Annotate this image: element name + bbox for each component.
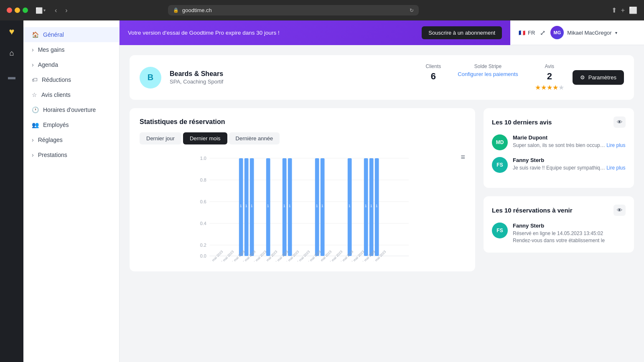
- reservations-panel-title: Les 10 réservations à venir: [492, 207, 573, 214]
- tabs-button[interactable]: ⬜: [629, 6, 637, 14]
- prestations-chevron: ›: [32, 152, 34, 158]
- chart-panel: Statistiques de réservation Dernier jour…: [130, 108, 475, 271]
- reservation-info-1: Fanny Sterb Réservé en ligne le 14.05.20…: [513, 223, 626, 244]
- read-more-link-2[interactable]: Lire plus: [606, 165, 625, 171]
- sidebar-label-agenda: Agenda: [38, 61, 58, 68]
- sidebar-item-prestations[interactable]: › Prestations: [23, 147, 119, 162]
- sidebar-item-reglages[interactable]: › Réglages: [23, 132, 119, 147]
- maximize-button[interactable]: [23, 8, 28, 13]
- banner-text: Votre version d'essai de Goodtime Pro ex…: [128, 30, 415, 36]
- user-name: Mikael MacGregor: [567, 30, 611, 36]
- gains-chevron: ›: [32, 46, 34, 53]
- clients-value: 6: [426, 71, 441, 82]
- language-selector[interactable]: 🇫🇷 FR: [519, 30, 535, 36]
- svg-text:1: 1: [376, 204, 378, 208]
- sidebar-item-employes[interactable]: 👥 Employés: [23, 117, 119, 132]
- tab-dernier-mois[interactable]: Dernier mois: [183, 132, 227, 144]
- top-section: Votre version d'essai de Goodtime Pro ex…: [120, 20, 644, 45]
- chart-title: Statistiques de réservation: [140, 118, 465, 126]
- sidebar-item-general[interactable]: 🏠 Général: [23, 27, 119, 42]
- tab-derniere-annee[interactable]: Dernière année: [229, 132, 280, 144]
- content-grid: Statistiques de réservation Dernier jour…: [130, 108, 634, 271]
- reviews-view-button[interactable]: 👁: [613, 116, 626, 128]
- reload-icon[interactable]: ↻: [410, 8, 414, 13]
- svg-text:1: 1: [316, 204, 318, 208]
- chart-tabs: Dernier jour Dernier mois Dernière année: [140, 132, 465, 144]
- fullscreen-button[interactable]: ⤢: [540, 29, 545, 37]
- sidebar-label-reductions: Réductions: [42, 76, 71, 83]
- svg-text:1: 1: [349, 204, 351, 208]
- agenda-chevron: ›: [32, 61, 34, 68]
- svg-text:0.6: 0.6: [200, 199, 206, 204]
- reservation-rdv-1: Rendez-vous dans votre établissement le: [513, 237, 626, 244]
- main-content: Votre version d'essai de Goodtime Pro ex…: [120, 20, 644, 362]
- business-stats: Clients 6 Solde Stripe Configurer les pa…: [426, 63, 564, 91]
- business-info: Beards & Shears SPA, Coaching Sportif: [170, 70, 417, 85]
- chart-menu-button[interactable]: ≡: [461, 153, 465, 162]
- nav-home-icon[interactable]: ⌂: [6, 46, 18, 61]
- avis-icon: ☆: [32, 91, 37, 98]
- lock-icon: 🔒: [173, 8, 179, 13]
- top-row: Votre version d'essai de Goodtime Pro ex…: [120, 20, 644, 45]
- sidebar-label-prestations: Prestations: [38, 152, 67, 158]
- read-more-link-1[interactable]: Lire plus: [606, 142, 625, 148]
- sidebar-toggle-button[interactable]: ⬜▾: [33, 6, 48, 15]
- flag-icon: 🇫🇷: [519, 30, 525, 36]
- business-avatar: B: [140, 67, 161, 89]
- reservations-panel-header: Les 10 réservations à venir 👁: [492, 205, 626, 216]
- back-button[interactable]: ‹: [53, 6, 59, 15]
- user-menu-button[interactable]: MG Mikael MacGregor ▾: [550, 26, 617, 39]
- page-body: B Beards & Shears SPA, Coaching Sportif …: [120, 45, 644, 362]
- configure-payments-link[interactable]: Configurer les paiements: [458, 71, 518, 77]
- review-item-2: FS Fanny Sterb Je suis ravie !! Equipe s…: [492, 157, 626, 173]
- reservations-panel: Les 10 réservations à venir 👁 FS Fanny S…: [484, 196, 634, 253]
- lang-label: FR: [528, 30, 535, 36]
- review-info-1: Marie Dupont Super salon, ils se sont tr…: [513, 134, 626, 150]
- subscribe-button[interactable]: Souscrire à un abonnement: [422, 26, 502, 39]
- svg-text:0.4: 0.4: [200, 221, 206, 226]
- sidebar: 🏠 Général › Mes gains › Agenda 🏷 Réducti…: [23, 20, 120, 362]
- svg-text:1: 1: [321, 204, 323, 208]
- reservation-avatar-fs: FS: [492, 223, 508, 238]
- sidebar-item-avis[interactable]: ☆ Avis clients: [23, 87, 119, 102]
- avis-label: Avis: [535, 63, 564, 69]
- share-button[interactable]: ⬆: [611, 6, 617, 14]
- parameters-button[interactable]: ⚙ Paramètres: [573, 70, 624, 85]
- minimize-button[interactable]: [15, 8, 20, 13]
- reductions-icon: 🏷: [32, 76, 38, 83]
- employes-icon: 👥: [32, 122, 39, 128]
- business-name: Beards & Shears: [170, 70, 417, 78]
- review-info-2: Fanny Sterb Je suis ravie !! Equipe supe…: [513, 157, 626, 173]
- reviewer-name-2: Fanny Sterb: [513, 157, 626, 163]
- reviews-panel-title: Les 10 derniers avis: [492, 119, 552, 126]
- reservation-item-1: FS Fanny Sterb Réservé en ligne le 14.05…: [492, 223, 626, 244]
- horaires-icon: 🕐: [32, 106, 39, 113]
- forward-button[interactable]: ›: [64, 6, 69, 15]
- tab-dernier-jour[interactable]: Dernier jour: [140, 132, 181, 144]
- nav-card-icon[interactable]: ▬: [5, 69, 19, 85]
- svg-text:1: 1: [365, 204, 367, 208]
- new-tab-button[interactable]: +: [621, 7, 625, 14]
- app-logo: ♥: [9, 26, 14, 37]
- sidebar-label-reglages: Réglages: [38, 137, 63, 143]
- sidebar-item-agenda[interactable]: › Agenda: [23, 57, 119, 72]
- svg-text:0.2: 0.2: [200, 243, 206, 248]
- svg-text:1: 1: [289, 204, 291, 208]
- review-avatar-fs: FS: [492, 157, 508, 173]
- sidebar-item-horaires[interactable]: 🕐 Horaires d'ouverture: [23, 102, 119, 117]
- user-chevron-icon: ▾: [615, 30, 617, 35]
- clients-label: Clients: [426, 63, 441, 69]
- sidebar-item-reductions[interactable]: 🏷 Réductions: [23, 72, 119, 87]
- url-text: goodtime.ch: [182, 7, 212, 13]
- home-icon: 🏠: [32, 31, 39, 38]
- avis-value: 2: [535, 71, 564, 82]
- sidebar-item-gains[interactable]: › Mes gains: [23, 42, 119, 57]
- review-text-1: Super salon, ils se sont très bien occup…: [513, 142, 626, 149]
- stars-display: ★★★★★: [535, 84, 564, 91]
- app-wrapper: ♥ ⌂ ▬ 🏠 Général › Mes gains › Agenda 🏷 R…: [0, 20, 644, 362]
- svg-text:0.8: 0.8: [200, 177, 206, 182]
- avis-stat: Avis 2 ★★★★★: [535, 63, 564, 91]
- reservations-view-button[interactable]: 👁: [613, 205, 626, 216]
- topbar-right: 🇫🇷 FR ⤢ MG Mikael MacGregor ▾: [510, 20, 644, 45]
- close-button[interactable]: [7, 8, 12, 13]
